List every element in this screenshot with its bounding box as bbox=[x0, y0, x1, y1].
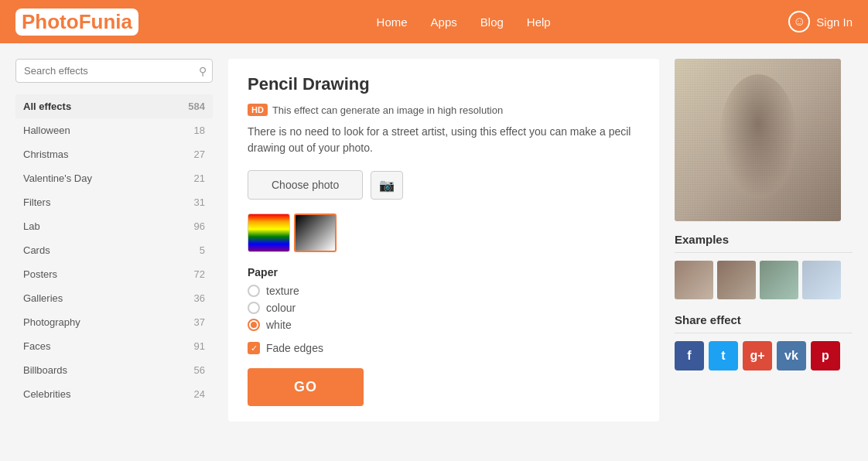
sidebar-item-count: 56 bbox=[194, 364, 205, 376]
sidebar-item-christmas[interactable]: Christmas27 bbox=[15, 142, 213, 166]
share-googleplus-button[interactable]: g+ bbox=[743, 341, 772, 371]
paper-white-option[interactable]: white bbox=[248, 319, 640, 331]
sidebar-item-label: Galleries bbox=[23, 292, 63, 304]
photo-controls: Choose photo 📷 bbox=[248, 170, 640, 200]
radio-dot bbox=[251, 322, 257, 328]
search-box: ⚲ bbox=[15, 59, 213, 83]
bw-swatch[interactable] bbox=[294, 213, 337, 252]
logo-text: PhotoFunia bbox=[15, 9, 138, 36]
white-radio bbox=[248, 319, 260, 331]
example-thumb-2[interactable] bbox=[717, 261, 756, 299]
sidebar-item-all-effects[interactable]: All effects584 bbox=[15, 94, 213, 118]
examples-divider bbox=[675, 252, 853, 253]
paper-label: Paper bbox=[248, 266, 640, 278]
sidebar-item-label: Celebrities bbox=[23, 388, 70, 400]
rainbow-swatch[interactable] bbox=[248, 213, 290, 252]
color-swatches bbox=[248, 213, 640, 252]
colour-label: colour bbox=[266, 302, 296, 314]
sidebar-item-label: Filters bbox=[23, 196, 50, 208]
sidebar-item-label: Faces bbox=[23, 340, 50, 352]
sidebar-item-galleries[interactable]: Galleries36 bbox=[15, 286, 213, 310]
example-thumb-4[interactable] bbox=[802, 261, 841, 299]
sidebar-item-posters[interactable]: Posters72 bbox=[15, 262, 213, 286]
page-title: Pencil Drawing bbox=[248, 74, 640, 94]
share-divider bbox=[675, 333, 853, 333]
nav-help[interactable]: Help bbox=[527, 15, 551, 29]
sidebar-item-count: 21 bbox=[194, 172, 205, 184]
sidebar-item-label: Photography bbox=[23, 316, 80, 328]
sidebar-item-label: Valentine's Day bbox=[23, 172, 92, 184]
sidebar-item-valentine-s-day[interactable]: Valentine's Day21 bbox=[15, 166, 213, 190]
fade-edges-checkbox[interactable]: ✓ Fade edges bbox=[248, 342, 640, 354]
share-vk-button[interactable]: vk bbox=[777, 341, 806, 371]
hd-notice-text: This effect can generate an image in hig… bbox=[272, 104, 503, 116]
sidebar-item-label: All effects bbox=[23, 101, 71, 112]
right-panel: Examples Share effect f t g+ vk p bbox=[675, 59, 853, 422]
examples-label: Examples bbox=[675, 233, 853, 246]
logo-photo: Photo bbox=[22, 10, 79, 33]
sidebar-item-label: Cards bbox=[23, 244, 50, 256]
paper-radio-group: texture colour white bbox=[248, 285, 640, 331]
sidebar-item-label: Lab bbox=[23, 220, 40, 232]
sidebar-item-count: 18 bbox=[194, 125, 205, 136]
texture-radio bbox=[248, 285, 260, 297]
sidebar-item-count: 96 bbox=[194, 220, 205, 232]
texture-label: texture bbox=[266, 285, 299, 297]
sidebar-item-count: 584 bbox=[188, 101, 205, 112]
sidebar-items-list: All effects584Halloween18Christmas27Vale… bbox=[15, 94, 213, 406]
sign-in-label: Sign In bbox=[816, 15, 853, 29]
sidebar-item-billboards[interactable]: Billboards56 bbox=[15, 358, 213, 382]
sidebar-item-label: Christmas bbox=[23, 149, 69, 160]
fade-edges-label: Fade edges bbox=[266, 342, 323, 354]
sidebar-item-count: 36 bbox=[194, 292, 205, 304]
sidebar-item-label: Halloween bbox=[23, 125, 70, 136]
hd-notice: HD This effect can generate an image in … bbox=[248, 104, 640, 116]
logo-funia: Funia bbox=[79, 10, 132, 33]
sidebar-item-celebrities[interactable]: Celebrities24 bbox=[15, 382, 213, 406]
sign-in-button[interactable]: ☺ Sign In bbox=[788, 11, 853, 32]
share-facebook-button[interactable]: f bbox=[675, 341, 704, 371]
sidebar-item-faces[interactable]: Faces91 bbox=[15, 334, 213, 358]
effect-description: There is no need to look for a street ar… bbox=[248, 124, 640, 156]
example-thumb-1[interactable] bbox=[675, 261, 713, 299]
sidebar-item-cards[interactable]: Cards5 bbox=[15, 238, 213, 262]
checkbox-box: ✓ bbox=[248, 342, 260, 354]
sidebar-item-photography[interactable]: Photography37 bbox=[15, 310, 213, 334]
nav-apps[interactable]: Apps bbox=[431, 15, 457, 29]
example-thumb-3[interactable] bbox=[760, 261, 798, 299]
sidebar: ⚲ All effects584Halloween18Christmas27Va… bbox=[15, 59, 213, 422]
camera-button[interactable]: 📷 bbox=[371, 171, 403, 200]
sidebar-item-label: Billboards bbox=[23, 364, 67, 376]
preview-image bbox=[675, 59, 841, 221]
sidebar-item-count: 31 bbox=[194, 196, 205, 208]
sidebar-item-halloween[interactable]: Halloween18 bbox=[15, 118, 213, 142]
header: PhotoFunia Home Apps Blog Help ☺ Sign In bbox=[0, 0, 868, 43]
sidebar-item-count: 24 bbox=[194, 388, 205, 400]
main-nav: Home Apps Blog Help bbox=[377, 15, 551, 29]
paper-colour-option[interactable]: colour bbox=[248, 302, 640, 314]
go-button[interactable]: GO bbox=[248, 368, 364, 406]
share-twitter-button[interactable]: t bbox=[709, 341, 738, 371]
choose-photo-button[interactable]: Choose photo bbox=[248, 170, 363, 200]
search-input[interactable] bbox=[15, 59, 213, 83]
white-label: white bbox=[266, 319, 292, 331]
example-thumbnails bbox=[675, 261, 853, 299]
sidebar-item-filters[interactable]: Filters31 bbox=[15, 190, 213, 214]
sidebar-item-count: 37 bbox=[194, 316, 205, 328]
sidebar-item-count: 91 bbox=[194, 340, 205, 352]
nav-blog[interactable]: Blog bbox=[480, 15, 504, 29]
content-area: ⚲ All effects584Halloween18Christmas27Va… bbox=[0, 43, 868, 437]
logo[interactable]: PhotoFunia bbox=[15, 9, 138, 36]
user-icon: ☺ bbox=[788, 11, 810, 32]
main-content: Pencil Drawing HD This effect can genera… bbox=[228, 59, 659, 422]
share-pinterest-button[interactable]: p bbox=[811, 341, 840, 371]
sidebar-item-count: 72 bbox=[194, 268, 205, 280]
colour-radio bbox=[248, 302, 260, 314]
hd-badge: HD bbox=[248, 104, 268, 116]
nav-home[interactable]: Home bbox=[377, 15, 408, 29]
paper-texture-option[interactable]: texture bbox=[248, 285, 640, 297]
search-icon: ⚲ bbox=[199, 65, 207, 77]
sidebar-item-label: Posters bbox=[23, 268, 57, 280]
sidebar-item-count: 27 bbox=[194, 149, 205, 160]
sidebar-item-lab[interactable]: Lab96 bbox=[15, 214, 213, 238]
